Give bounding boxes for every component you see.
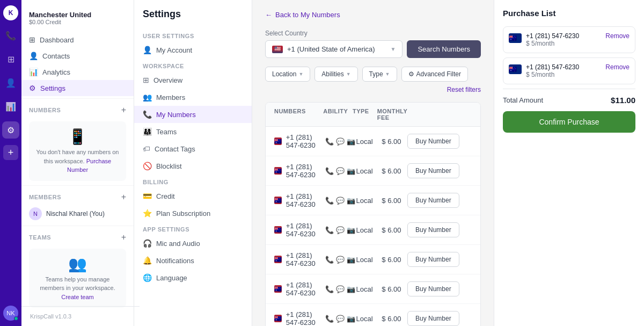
call-icon: 📞 (325, 285, 334, 293)
dashboard-icon: ⊞ (29, 35, 35, 44)
country-select[interactable]: 🇺🇸 +1 (United State of America) ▼ (265, 40, 402, 58)
purchase-item-info: +1 (281) 547-6230 $ 5/month (526, 63, 601, 78)
type-filter[interactable]: Type ▼ (362, 67, 397, 82)
back-arrow-icon: ← (265, 11, 272, 19)
buy-number-button[interactable]: Buy Number (407, 311, 459, 326)
header-action (407, 108, 472, 121)
settings-item-label: Overview (153, 76, 182, 84)
settings-item-members[interactable]: 👥 Members (134, 89, 252, 106)
sidebar-item-label: Contacts (42, 52, 70, 60)
purchase-item-price: $ 5/month (526, 71, 601, 78)
settings-icon: ⚙ (29, 84, 36, 92)
settings-item-teams[interactable]: 👨‍👩‍👧 Teams (134, 123, 252, 140)
workspace-settings-label: WORKSPACE (134, 59, 252, 71)
remove-button[interactable]: Remove (605, 63, 630, 71)
table-row: 🇦🇺 +1 (281) 547-6230 📞 💬 📷 Local $ 6.00 … (266, 274, 480, 304)
create-team-link[interactable]: Create team (61, 294, 94, 300)
advanced-filter-button[interactable]: ⚙ Advanced Filter (401, 67, 468, 82)
teams-empty-icon: 👥 (35, 255, 120, 273)
settings-item-mic-audio[interactable]: 🎧 Mic and Audio (134, 235, 252, 252)
settings-item-my-numbers[interactable]: 📞 My Numbers (134, 106, 252, 123)
online-dot (14, 316, 18, 321)
teams-add-button[interactable]: + (121, 233, 126, 242)
settings-item-contact-tags[interactable]: 🏷 Contact Tags (134, 140, 252, 157)
table-row: 🇦🇺 +1 (281) 547-6230 📞 💬 📷 Local $ 6.00 … (266, 215, 480, 245)
settings-item-notifications[interactable]: 🔔 Notifications (134, 252, 252, 269)
settings-item-language[interactable]: 🌐 Language (134, 269, 252, 286)
numbers-section-header: NUMBERS + (21, 101, 134, 117)
buy-number-button[interactable]: Buy Number (407, 134, 459, 149)
number-flag-icon: 🇦🇺 (274, 137, 282, 145)
buy-number-button[interactable]: Buy Number (407, 252, 459, 267)
icon-nav-contacts[interactable]: 👤 (2, 74, 19, 91)
avatar[interactable]: NK (3, 306, 18, 321)
icon-nav-settings[interactable]: ⚙ (2, 121, 19, 139)
settings-item-credit[interactable]: 💳 Credit (134, 187, 252, 205)
icon-nav-grid[interactable]: ⊞ (2, 50, 19, 68)
teams-section-label: TEAMS (29, 234, 51, 241)
purchase-item-flag: 🇦🇺 (509, 33, 522, 43)
numbers-empty-state: 📱 You don't have any numbers on this wor… (29, 121, 126, 181)
settings-item-label: Contact Tags (155, 145, 195, 153)
buy-number-button[interactable]: Buy Number (407, 163, 459, 178)
header-numbers: NUMBERS (274, 108, 323, 121)
purchase-list-title: Purchase List (503, 9, 635, 18)
add-button-icon[interactable]: + (3, 145, 18, 160)
purchase-item-flag: 🇦🇺 (509, 64, 522, 74)
settings-item-my-account[interactable]: 👤 My Account (134, 41, 252, 59)
numbers-add-button[interactable]: + (121, 105, 126, 115)
phone-number: +1 (281) 547-6230 (286, 192, 326, 208)
sidebar-item-contacts[interactable]: 👤 Contacts (21, 48, 134, 64)
number-flag-icon: 🇦🇺 (274, 226, 282, 234)
search-numbers-button[interactable]: Search Numbers (407, 40, 481, 58)
number-cell: 🇦🇺 +1 (281) 547-6230 (274, 163, 325, 179)
confirm-purchase-button[interactable]: Confirm Purchase (503, 111, 635, 133)
sidebar-item-analytics[interactable]: 📊 Analytics (21, 64, 134, 80)
phone-number: +1 (281) 547-6230 (286, 222, 326, 238)
back-link[interactable]: ← Back to My Numbers (265, 11, 481, 19)
settings-footer: KrispCall v1.0.3 (134, 306, 140, 326)
left-sidebar: Manchester United $0.00 Credit ⊞ Dashboa… (21, 0, 134, 326)
sidebar-item-settings[interactable]: ⚙ Settings (21, 80, 134, 96)
purchase-number-link[interactable]: Purchase Number (67, 158, 111, 173)
buy-action: Buy Number (407, 222, 472, 237)
app-settings-label: APP SETTINGS (134, 222, 252, 235)
sms-icon: 💬 (336, 167, 345, 175)
header-type: TYPE (353, 108, 377, 121)
remove-button[interactable]: Remove (605, 32, 630, 40)
number-cell: 🇦🇺 +1 (281) 547-6230 (274, 251, 325, 267)
purchase-panel: Purchase List 🇦🇺 +1 (281) 547-6230 $ 5/m… (494, 0, 644, 326)
language-icon: 🌐 (143, 273, 152, 282)
location-label: Location (272, 70, 296, 78)
purchase-item: 🇦🇺 +1 (281) 547-6230 $ 5/month Remove (503, 26, 635, 53)
settings-item-overview[interactable]: ⊞ Overview (134, 71, 252, 89)
number-flag-icon: 🇦🇺 (274, 256, 282, 263)
settings-item-blocklist[interactable]: 🚫 Blocklist (134, 157, 252, 175)
buy-number-button[interactable]: Buy Number (407, 193, 459, 208)
icon-bar: K 📞 ⊞ 👤 📊 ⚙ + NK (0, 0, 21, 326)
mms-icon: 📷 (347, 285, 355, 293)
buy-number-button[interactable]: Buy Number (407, 281, 459, 296)
settings-item-plan-subscription[interactable]: ⭐ Plan Subscription (134, 205, 252, 222)
phone-number: +1 (281) 547-6230 (286, 133, 326, 149)
sidebar-item-dashboard[interactable]: ⊞ Dashboard (21, 32, 134, 48)
number-cell: 🇦🇺 +1 (281) 547-6230 (274, 222, 325, 238)
reset-filters-link[interactable]: Reset filters (447, 86, 481, 93)
abilities-filter[interactable]: Abilities ▼ (314, 67, 357, 82)
number-cell: 🇦🇺 +1 (281) 547-6230 (274, 310, 325, 326)
number-cell: 🇦🇺 +1 (281) 547-6230 (274, 133, 325, 149)
members-add-button[interactable]: + (121, 192, 126, 202)
icon-nav-phone[interactable]: 📞 (2, 27, 19, 44)
my-account-icon: 👤 (143, 46, 152, 54)
buy-number-button[interactable]: Buy Number (407, 222, 459, 237)
location-filter[interactable]: Location ▼ (265, 67, 310, 82)
settings-item-label: Members (156, 93, 185, 102)
credit-icon: 💳 (143, 192, 152, 200)
total-label: Total Amount (503, 96, 543, 104)
app-logo: K (3, 5, 18, 20)
mic-icon: 🎧 (143, 239, 152, 248)
fee-cell: $ 6.00 (382, 256, 407, 264)
settings-item-label: Notifications (156, 257, 194, 265)
icon-nav-analytics[interactable]: 📊 (2, 98, 19, 115)
members-section-label: MEMBERS (29, 194, 61, 200)
